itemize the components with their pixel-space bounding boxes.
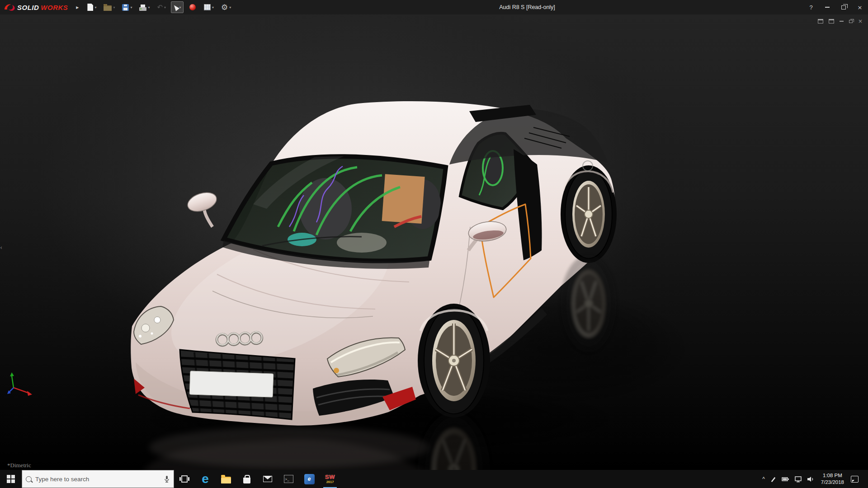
clock-date: 7/23/2018 bbox=[821, 479, 844, 486]
minimize-icon bbox=[825, 7, 830, 8]
search-input[interactable] bbox=[35, 476, 160, 483]
edge-icon: e bbox=[202, 473, 209, 485]
license-plate bbox=[189, 371, 274, 397]
gear-icon: ⚙ bbox=[221, 4, 228, 11]
close-button[interactable]: × bbox=[852, 0, 868, 14]
solidworks-2017-icon: SW 2017 bbox=[325, 474, 335, 484]
help-button[interactable]: ? bbox=[803, 0, 819, 14]
toolbar-expand-arrow[interactable]: ▸ bbox=[72, 4, 82, 10]
view-orientation-label: *Dimetric bbox=[7, 462, 31, 469]
pane-collapse-tab[interactable]: ‹ bbox=[0, 240, 5, 254]
microphone-icon[interactable] bbox=[164, 475, 170, 483]
start-button[interactable] bbox=[0, 470, 22, 488]
new-document-button[interactable]: ▾ bbox=[85, 1, 99, 13]
pen-icon[interactable] bbox=[770, 476, 777, 483]
battery-icon[interactable] bbox=[782, 476, 789, 483]
clock-time: 1:08 PM bbox=[823, 472, 842, 479]
solidworks-2017-button[interactable]: SW 2017 bbox=[320, 470, 340, 488]
store-button[interactable] bbox=[236, 470, 257, 488]
volume-icon[interactable] bbox=[807, 476, 814, 483]
select-cursor-icon bbox=[172, 4, 179, 11]
action-center-icon bbox=[851, 476, 859, 483]
graphics-viewport[interactable]: × ‹ bbox=[0, 14, 868, 470]
appearance-button[interactable] bbox=[186, 1, 199, 13]
mail-envelope-icon bbox=[263, 476, 272, 482]
file-explorer-icon bbox=[221, 477, 231, 483]
doc-window-icon[interactable] bbox=[818, 19, 823, 23]
window-controls: ? × bbox=[803, 0, 868, 14]
taskbar-clock[interactable]: 1:08 PM 7/23/2018 bbox=[819, 472, 846, 486]
hidden-icons-chevron[interactable]: ^ bbox=[762, 476, 765, 482]
orientation-triad bbox=[5, 371, 37, 398]
open-document-button[interactable]: ▾ bbox=[101, 1, 117, 13]
console-icon: >_ bbox=[284, 475, 293, 483]
mail-button[interactable] bbox=[257, 470, 278, 488]
select-tool-button[interactable]: ▾ bbox=[171, 1, 184, 13]
doc-window-icon-2[interactable] bbox=[829, 19, 834, 23]
options-button[interactable]: ⚙ ▾ bbox=[219, 1, 233, 13]
document-title: Audi R8 S [Read-only] bbox=[499, 0, 555, 14]
minimize-button[interactable] bbox=[819, 0, 835, 14]
store-bag-icon bbox=[243, 478, 250, 483]
design-table-button[interactable]: ▾ bbox=[202, 1, 216, 13]
3d-model-audi-r8[interactable] bbox=[0, 14, 868, 470]
design-table-icon bbox=[204, 4, 211, 10]
doc-restore-button[interactable] bbox=[849, 20, 853, 23]
restore-button[interactable] bbox=[835, 0, 852, 14]
ds-logo-icon bbox=[4, 3, 15, 11]
brand-solid: SOLID bbox=[17, 4, 39, 11]
undo-button[interactable]: ↶ ▾ bbox=[155, 1, 168, 13]
edrawings-app-button[interactable]: e bbox=[299, 470, 320, 488]
quick-access-toolbar: ▾ ▾ ▾ ▾ ↶ ▾ ▾ ▾ ⚙ ▾ bbox=[85, 1, 233, 13]
open-folder-icon bbox=[104, 5, 112, 11]
doc-minimize-button[interactable] bbox=[840, 21, 844, 22]
edge-browser-button[interactable]: e bbox=[195, 470, 216, 488]
task-view-icon bbox=[179, 474, 189, 483]
document-window-controls: × bbox=[818, 18, 863, 24]
appearance-ball-icon bbox=[189, 4, 196, 10]
system-tray: ^ 1:08 PM 7/23/2018 bbox=[762, 470, 868, 488]
edrawings-icon: e bbox=[304, 474, 315, 484]
new-document-icon bbox=[87, 4, 93, 11]
save-button[interactable]: ▾ bbox=[120, 1, 134, 13]
search-icon bbox=[26, 476, 32, 482]
print-button[interactable]: ▾ bbox=[137, 1, 152, 13]
solidworks-logo: SOLIDWORKS bbox=[0, 3, 72, 11]
taskbar-search[interactable] bbox=[22, 470, 174, 488]
windows-taskbar: e >_ e SW 2017 ^ bbox=[0, 470, 868, 488]
windows-logo-icon bbox=[7, 475, 15, 483]
network-icon[interactable] bbox=[794, 476, 802, 483]
front-wheel bbox=[418, 304, 490, 418]
console-app-button[interactable]: >_ bbox=[278, 470, 299, 488]
titlebar: SOLIDWORKS ▸ ▾ ▾ ▾ ▾ ↶ ▾ ▾ bbox=[0, 0, 868, 14]
action-center-button[interactable] bbox=[851, 476, 859, 483]
save-floppy-icon bbox=[122, 4, 129, 11]
printer-icon bbox=[139, 7, 146, 11]
doc-close-button[interactable]: × bbox=[858, 18, 863, 24]
task-view-button[interactable] bbox=[174, 470, 195, 488]
brand-works: WORKS bbox=[41, 4, 68, 11]
undo-icon: ↶ bbox=[157, 4, 163, 11]
file-explorer-button[interactable] bbox=[216, 470, 236, 488]
restore-icon bbox=[841, 5, 846, 9]
